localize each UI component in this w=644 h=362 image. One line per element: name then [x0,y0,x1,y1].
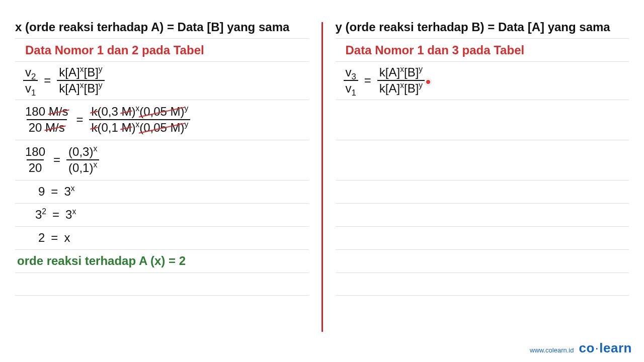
equals: = [50,153,63,167]
frac-kab-r: k[A]x[B]y k[A]x[B]y [377,66,425,96]
row-empty-r4 [336,180,629,203]
frac-v3-v1: v3 v1 [344,66,358,96]
three: 3 [35,208,42,221]
row-empty-r8 [336,273,629,296]
sup-x: x [93,144,97,153]
n180: 180 [25,105,49,118]
result-text: orde reaksi terhadap A (x) = 2 [17,254,186,268]
n20: 20 [29,121,45,134]
row-formula-2: 180 M/s 20 M/s = k(0,3 M)x(0,05 M)y k(0,… [15,100,309,140]
heading-text-post: yang sama [544,20,610,34]
formula-4: 9 = 3x [38,185,75,199]
row-result: orde reaksi terhadap A (x) = 2 [15,249,309,273]
bracket-open: [ [528,20,532,34]
v: v [25,81,31,95]
three: 3 [64,185,70,198]
footer-url: www.colearn.id [530,346,574,354]
row-empty-r5 [336,203,629,226]
B: [B] [84,81,99,95]
kA: k[A] [59,81,79,95]
strike-ms: M/s [45,121,65,134]
formula-5: 32 = 3x [35,208,76,222]
row-subhead-right: Data Nomor 1 dan 3 pada Tabel [336,38,629,61]
kA: k[A] [379,65,400,79]
right-heading: y (orde reaksi terhadap B) = Data [A] ya… [336,20,629,38]
sup-2: 2 [42,207,46,216]
n20: 20 [27,159,44,174]
v: v [25,65,31,79]
sup-x: x [135,104,139,113]
row-formula-6: 2 = x [15,226,309,249]
heading-text: x (orde reaksi terhadap A) = Data [15,20,207,34]
sup-x: x [80,81,84,89]
heading-var: A [532,20,540,34]
strike-M: M [121,121,131,134]
sup-y: y [99,65,103,73]
nine: 9 [38,185,45,199]
B: [B] [404,81,419,95]
paren: (0,3 [97,105,121,118]
frac-sub: k(0,3 M)x(0,05 M)y k(0,1 M)x(0,05 M)y [89,105,190,135]
row-empty-r2 [336,100,629,140]
equals: = [73,113,86,127]
row-formula-r1: v3 v1 = k[A]x[B]y k[A]x[B]y [336,61,629,100]
sup-x: x [135,120,139,129]
frac-kab: k[A]x[B]y k[A]x[B]y [57,66,104,96]
sup-y: y [185,120,189,129]
p01: (0,1) [68,161,93,174]
heading-var: B [211,20,219,34]
sup-y: y [419,81,423,89]
strike-005M: (0,05 M) [139,121,184,134]
right-subhead: Data Nomor 1 dan 3 pada Tabel [344,43,525,57]
three: 3 [65,208,72,221]
sup-y: y [99,81,103,89]
sub-1: 1 [31,88,36,98]
frac-v2-v1: v2 v1 [23,66,38,96]
row-empty-r6 [336,226,629,249]
v: v [346,81,352,95]
brand-co: co [579,340,594,355]
left-subhead: Data Nomor 1 dan 2 pada Tabel [23,43,204,57]
two: 2 [38,231,45,245]
frac-180-20: 180 M/s 20 M/s [23,105,70,135]
equals: = [48,185,61,199]
dot-separator-icon: · [595,344,600,354]
formula-1: v2 v1 = k[A]x[B]y k[A]x[B]y [23,66,105,96]
formula-r1: v3 v1 = k[A]x[B]y k[A]x[B]y [344,66,425,96]
heading-text-post: yang sama [224,20,290,34]
strike-k: k [91,105,97,118]
row-formula-4: 9 = 3x [15,180,309,203]
row-empty-l [15,273,309,296]
left-heading: x (orde reaksi terhadap A) = Data [B] ya… [15,20,309,38]
right-column: y (orde reaksi terhadap B) = Data [A] ya… [323,20,629,332]
sup-x: x [80,65,84,73]
row-formula-3: 180 20 = (0,3)x (0,1)x [15,140,309,180]
formula-6: 2 = x [38,231,70,245]
row-empty-r7 [336,249,629,273]
row-formula-5: 32 = 3x [15,203,309,226]
footer: www.colearn.id co·learn [530,340,632,356]
brand-learn: learn [599,340,632,355]
left-column: x (orde reaksi terhadap A) = Data [B] ya… [15,20,321,332]
row-subhead-left: Data Nomor 1 dan 2 pada Tabel [15,38,309,61]
v: v [346,65,352,79]
sup-y: y [185,104,189,113]
heading-text: y (orde reaksi terhadap B) = Data [336,20,528,34]
sup-y: y [419,65,423,73]
sup-x: x [93,160,97,169]
kA: k[A] [379,81,400,95]
row-empty-r3 [336,140,629,180]
B: [B] [84,65,99,79]
kA: k[A] [59,65,79,79]
p03: (0,3) [68,145,93,158]
bracket-close: ] [220,20,224,34]
bracket-close: ] [540,20,544,34]
x: x [64,231,70,245]
equals: = [48,231,61,245]
formula-3: 180 20 = (0,3)x (0,1)x [23,145,99,175]
page: x (orde reaksi terhadap A) = Data [B] ya… [0,0,644,332]
sup-x: x [400,65,404,73]
cursor-pointer-icon [425,79,431,85]
frac-03-01: (0,3)x (0,1)x [66,145,99,175]
formula-2: 180 M/s 20 M/s = k(0,3 M)x(0,05 M)y k(0,… [23,105,190,135]
